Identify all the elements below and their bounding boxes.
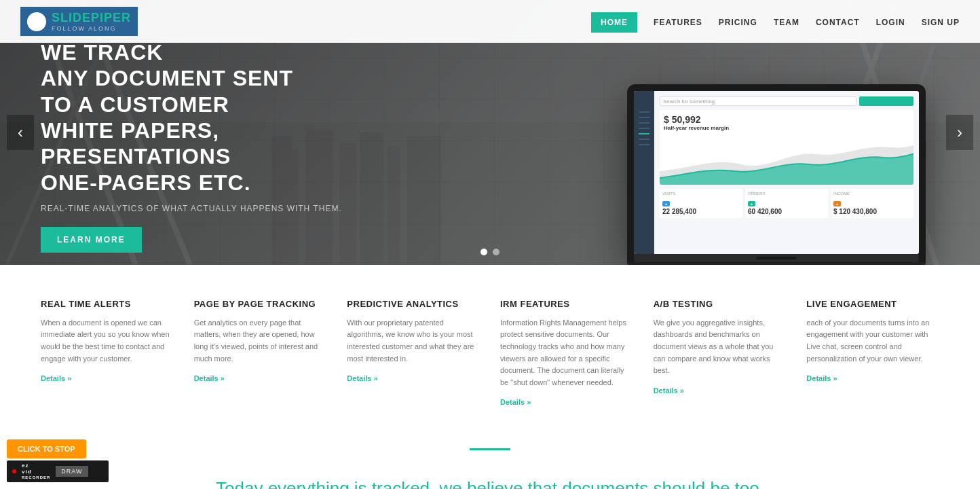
laptop-base bbox=[634, 254, 919, 262]
logo-icon bbox=[27, 12, 46, 31]
screen-topbar bbox=[859, 96, 913, 106]
ezvid-rec-indicator bbox=[12, 469, 16, 473]
feature-link-0[interactable]: Details » bbox=[41, 374, 71, 382]
slider-dot-2[interactable] bbox=[493, 249, 500, 255]
ezvid-stop-button[interactable]: CLICK TO STOP bbox=[7, 439, 86, 458]
feature-link-2[interactable]: Details » bbox=[347, 374, 377, 382]
nav-link-contact[interactable]: CONTACT bbox=[816, 18, 860, 27]
nav-link-home[interactable]: HOME bbox=[591, 12, 637, 33]
slider-dots bbox=[480, 249, 500, 255]
ezvid-draw-button[interactable]: DRAW bbox=[56, 466, 88, 477]
stat-orders: Orders ▲ 60 420,600 bbox=[745, 189, 828, 218]
ezvid-logo: ez vid RECORDER bbox=[22, 463, 50, 480]
hero-arrow-left[interactable]: ‹ bbox=[7, 115, 34, 150]
feature-title-4: A/B TESTING bbox=[654, 299, 787, 310]
nav-item-team[interactable]: TEAM bbox=[774, 16, 799, 28]
feature-desc-2: With our proprietary patented algorithms… bbox=[347, 317, 480, 365]
feature-title-0: REAL TIME ALERTS bbox=[41, 299, 174, 310]
tagline-title: Today everything is tracked, we believe … bbox=[41, 477, 939, 489]
nav-link-signup[interactable]: SIGN UP bbox=[922, 18, 960, 27]
nav-item-home[interactable]: HOME bbox=[591, 16, 637, 28]
stat-income-value: $ 120 430,800 bbox=[833, 208, 911, 215]
feature-desc-4: We give you aggregative insights, dashbo… bbox=[654, 317, 787, 377]
feature-link-3[interactable]: Details » bbox=[500, 398, 531, 406]
feature-page-by-page: PAGE BY PAGE TRACKING Get analytics on e… bbox=[194, 299, 327, 408]
logo-text: SLIDEPIPER FOLLOW ALONG bbox=[52, 11, 131, 32]
stat-orders-badge: ▲ bbox=[748, 201, 755, 206]
stat-visits-value: 22 285,400 bbox=[662, 208, 740, 215]
laptop-camera bbox=[756, 257, 797, 259]
hero-subtitle: REAL-TIME ANALYTICS OF WHAT ACTUALLY HAP… bbox=[41, 204, 394, 213]
nav-link-features[interactable]: FEATURES bbox=[654, 18, 702, 27]
feature-title-1: PAGE BY PAGE TRACKING bbox=[194, 299, 327, 310]
feature-real-time-alerts: REAL TIME ALERTS When a document is open… bbox=[41, 299, 174, 408]
nav-link-pricing[interactable]: PRICING bbox=[719, 18, 757, 27]
logo-tagline: FOLLOW ALONG bbox=[52, 25, 131, 32]
features-section: REAL TIME ALERTS When a document is open… bbox=[0, 265, 980, 435]
feature-irm: IRM FEATURES Information Rights Manageme… bbox=[500, 299, 633, 408]
feature-desc-0: When a document is opened we can immedia… bbox=[41, 317, 174, 365]
navbar: SLIDEPIPER FOLLOW ALONG HOME FEATURES PR… bbox=[0, 0, 980, 43]
stat-income-badge: ▲ bbox=[833, 201, 841, 206]
nav-item-contact[interactable]: CONTACT bbox=[816, 16, 860, 28]
nav-link-login[interactable]: LOGIN bbox=[876, 18, 905, 27]
stat-orders-label: Orders bbox=[748, 192, 825, 196]
feature-ab-testing: A/B TESTING We give you aggregative insi… bbox=[654, 299, 787, 408]
feature-desc-5: each of your documents turns into an eng… bbox=[806, 317, 939, 365]
stat-visits-label: Visits bbox=[662, 192, 740, 196]
feature-desc-1: Get analytics on every page that matters… bbox=[194, 317, 327, 365]
laptop-stand bbox=[627, 262, 926, 265]
stat-income: Income ▲ $ 120 430,800 bbox=[831, 189, 913, 218]
feature-title-2: PREDICTIVE ANALYTICS bbox=[347, 299, 480, 310]
nav-links: HOME FEATURES PRICING TEAM CONTACT LOGIN… bbox=[591, 16, 960, 28]
chart-value: $ 50,992 bbox=[664, 114, 909, 125]
logo-name: SLIDEPIPER bbox=[52, 11, 131, 25]
feature-desc-3: Information Rights Management helps prot… bbox=[500, 317, 633, 389]
stat-orders-value: 60 420,600 bbox=[748, 208, 825, 215]
feature-live-engagement: LIVE ENGAGEMENT each of your documents t… bbox=[806, 299, 939, 408]
feature-link-1[interactable]: Details » bbox=[194, 374, 225, 382]
screen-sidebar bbox=[634, 91, 654, 254]
nav-item-login[interactable]: LOGIN bbox=[876, 16, 905, 28]
ezvid-overlay: CLICK TO STOP ez vid RECORDER DRAW bbox=[7, 439, 109, 482]
ezvid-bar: ez vid RECORDER DRAW bbox=[7, 460, 109, 482]
nav-link-team[interactable]: TEAM bbox=[774, 18, 799, 27]
feature-predictive-analytics: PREDICTIVE ANALYTICS With our proprietar… bbox=[347, 299, 480, 408]
screen-search-bar: Search for something bbox=[660, 96, 856, 106]
laptop-screen: Search for something $ 50,992 Half-year … bbox=[634, 91, 919, 254]
learn-more-button[interactable]: LEARN MORE bbox=[41, 227, 142, 253]
feature-title-3: IRM FEATURES bbox=[500, 299, 633, 310]
feature-link-5[interactable]: Details » bbox=[806, 374, 837, 382]
divider-line bbox=[470, 448, 510, 450]
tagline-section: Today everything is tracked, we believe … bbox=[0, 464, 980, 489]
nav-item-features[interactable]: FEATURES bbox=[654, 16, 702, 28]
logo-box: SLIDEPIPER FOLLOW ALONG bbox=[20, 7, 138, 36]
logo-part2: PIPER bbox=[91, 11, 131, 24]
feature-title-5: LIVE ENGAGEMENT bbox=[806, 299, 939, 310]
feature-link-4[interactable]: Details » bbox=[654, 386, 684, 395]
hero-text: WE TRACK ANY DOCUMENT SENT TO A CUSTOMER… bbox=[41, 12, 394, 253]
chart-area: $ 50,992 Half-year revenue margin bbox=[660, 110, 913, 185]
logo-part1: SLIDE bbox=[52, 11, 91, 24]
stat-income-label: Income bbox=[833, 192, 911, 196]
screen-header: Search for something bbox=[660, 96, 913, 106]
nav-item-signup[interactable]: SIGN UP bbox=[922, 16, 960, 28]
stat-visits: Visits ▲ 22 285,400 bbox=[660, 189, 742, 218]
hero-arrow-right[interactable]: › bbox=[946, 115, 973, 150]
hero-title: WE TRACK ANY DOCUMENT SENT TO A CUSTOMER… bbox=[41, 39, 394, 196]
nav-item-pricing[interactable]: PRICING bbox=[719, 16, 757, 28]
logo-area: SLIDEPIPER FOLLOW ALONG bbox=[20, 7, 138, 36]
stats-row: Visits ▲ 22 285,400 Orders ▲ 60 420,600 bbox=[660, 189, 913, 218]
laptop-mockup: Search for something $ 50,992 Half-year … bbox=[627, 84, 926, 265]
chart-svg bbox=[660, 130, 913, 185]
stat-visits-badge: ▲ bbox=[662, 201, 670, 206]
section-divider bbox=[0, 435, 980, 464]
features-grid: REAL TIME ALERTS When a document is open… bbox=[41, 299, 939, 408]
screen-content: Search for something $ 50,992 Half-year … bbox=[654, 91, 919, 254]
slider-dot-1[interactable] bbox=[480, 249, 487, 255]
laptop-screen-bezel: Search for something $ 50,992 Half-year … bbox=[627, 84, 926, 262]
